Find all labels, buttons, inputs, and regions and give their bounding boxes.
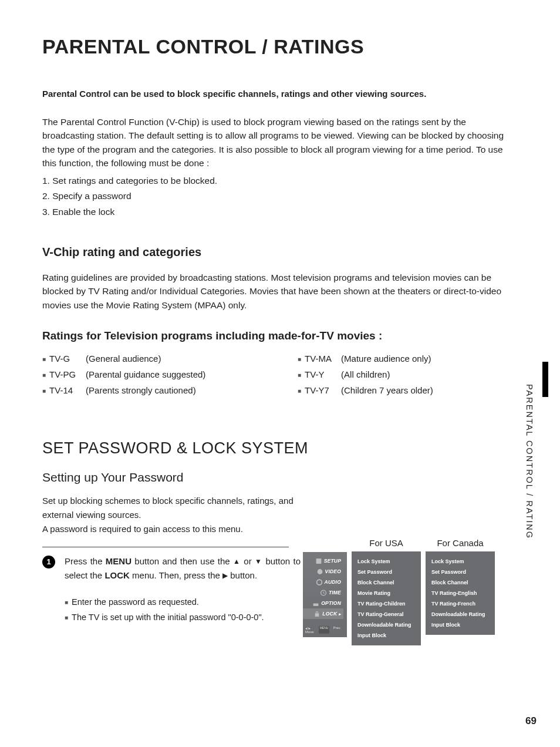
step-number-badge: 1 — [42, 556, 55, 568]
ratings-heading: Ratings for Television programs includin… — [42, 329, 518, 342]
osd-option-item: Set Password — [357, 567, 415, 577]
divider — [42, 547, 289, 547]
ratings-grid: ■TV-G(General audience) ■TV-PG(Parental … — [42, 351, 518, 398]
right-arrow-icon: ▶ — [222, 571, 228, 580]
osd-option-item: Block Channel — [357, 577, 415, 588]
osd-options-canada: Lock System Set Password Block Channel T… — [426, 551, 495, 635]
region-label-usa: For USA — [352, 538, 421, 548]
setup-icon — [315, 558, 322, 564]
rating-row: ■TV-G(General audience) — [42, 351, 262, 366]
section2-title: SET PASSWORD & LOCK SYSTEM — [42, 439, 518, 457]
step-block: 1 Press the MENU button and then use the… — [42, 554, 301, 625]
osd-option-item: Set Password — [431, 567, 489, 577]
time-icon — [320, 590, 327, 596]
osd-option-item: Lock System — [431, 556, 489, 567]
rating-row: ■TV-Y7(Children 7 years older) — [298, 382, 518, 398]
audio-icon — [316, 579, 323, 586]
intro-step: 3. Enable the lock — [42, 204, 518, 220]
step-sub-line: ■The TV is set up with the initial passw… — [65, 610, 301, 625]
vchip-heading: V-Chip rating and categories — [42, 245, 518, 259]
up-arrow-icon: ▲ — [233, 557, 241, 566]
intro-paragraph: The Parental Control Function (V-Chip) i… — [42, 115, 518, 170]
option-icon — [312, 600, 319, 607]
region-label-canada: For Canada — [426, 538, 495, 548]
side-tab-text: PARENTAL CONTROL / RATING — [525, 384, 534, 539]
svg-rect-4 — [313, 603, 319, 605]
intro-steps: 1. Set ratings and categories to be bloc… — [42, 173, 518, 220]
osd-option-item: Movie Rating — [357, 588, 415, 598]
osd-option-item: TV Rating-General — [357, 609, 415, 620]
osd-option-item: TV Rating-English — [431, 588, 489, 598]
osd-option-item: TV Rating-French — [431, 598, 489, 609]
lock-icon — [313, 611, 321, 617]
osd-option-item: Lock System — [357, 556, 415, 567]
intro-step: 2. Specify a password — [42, 189, 518, 204]
side-tab: PARENTAL CONTROL / RATING — [524, 362, 538, 556]
ratings-column-right: ■TV-MA(Mature audience only) ■TV-Y(All c… — [298, 351, 518, 398]
page-title: PARENTAL CONTROL / RATINGS — [42, 35, 518, 58]
svg-rect-0 — [316, 558, 321, 564]
osd-menu-item: TIME — [303, 587, 343, 598]
setting-body: Set up blocking schemes to block specifi… — [42, 494, 295, 522]
rating-row: ■TV-MA(Mature audience only) — [298, 351, 518, 366]
osd-option-item: Block Channel — [431, 577, 489, 588]
osd-menu-item: SETUP — [303, 556, 343, 566]
setting-title: Setting up Your Password — [42, 470, 518, 484]
video-icon — [316, 568, 323, 575]
vchip-body: Rating guidelines are provided by broadc… — [42, 271, 518, 312]
osd-menu-item-active: LOCK ▸ — [303, 608, 343, 619]
osd-option-item: Downloadable Rating — [431, 609, 489, 620]
lead-paragraph: Parental Control can be used to block sp… — [42, 89, 518, 99]
svg-point-1 — [317, 569, 322, 574]
intro-step: 1. Set ratings and categories to be bloc… — [42, 173, 518, 189]
osd-menu-panel: SETUP VIDEO AUDIO TIME OPTION LOCK ▸ — [303, 552, 347, 637]
osd-menu-footer: ◂◊▸ Move MENUPrev. — [303, 619, 343, 636]
osd-menu-item: AUDIO — [303, 577, 343, 587]
setting-body-2: A password is required to gain access to… — [42, 522, 295, 536]
osd-options-usa: Lock System Set Password Block Channel M… — [352, 551, 421, 645]
rating-row: ■TV-PG(Parental guidance suggested) — [42, 366, 262, 382]
osd-menu-item: OPTION — [303, 598, 343, 608]
osd-screenshots: SETUP VIDEO AUDIO TIME OPTION LOCK ▸ — [303, 538, 495, 645]
rating-row: ■TV-14(Parents strongly cautioned) — [42, 382, 262, 398]
svg-point-2 — [316, 580, 322, 585]
osd-option-item: TV Rating-Children — [357, 598, 415, 609]
osd-option-item: Downloadable Rating — [357, 620, 415, 630]
step-text: Press the MENU button and then use the ▲… — [65, 554, 301, 625]
step-sub-line: ■Enter the password as requested. — [65, 594, 301, 610]
svg-rect-5 — [315, 613, 319, 617]
ratings-column-left: ■TV-G(General audience) ■TV-PG(Parental … — [42, 351, 262, 398]
osd-option-item: Input Block — [357, 630, 415, 641]
down-arrow-icon: ▼ — [255, 557, 262, 566]
page-number: 69 — [525, 715, 537, 727]
side-tab-marker — [542, 362, 548, 397]
osd-option-item: Input Block — [431, 620, 489, 630]
osd-menu-item: VIDEO — [303, 566, 343, 577]
rating-row: ■TV-Y(All children) — [298, 366, 518, 382]
